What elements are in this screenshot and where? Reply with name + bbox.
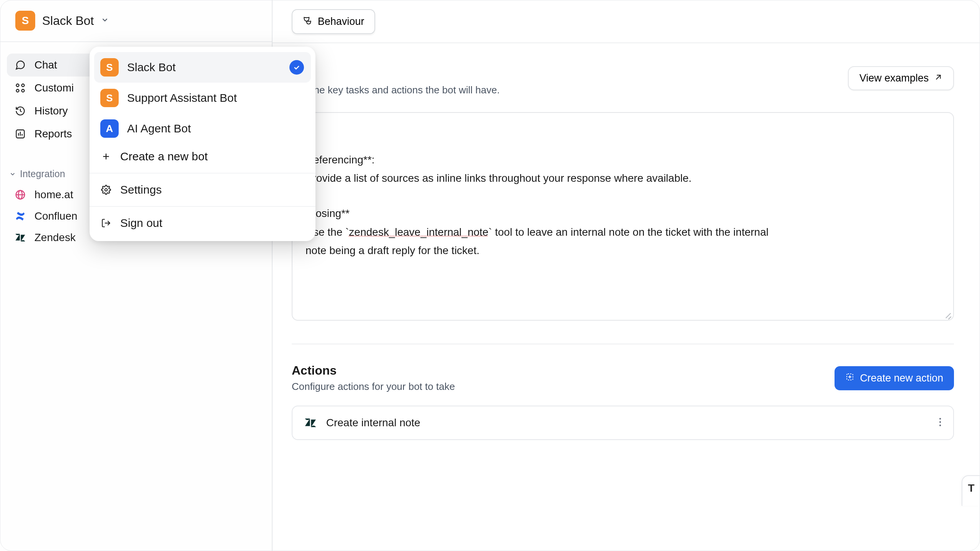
prompt-line: note being a draft reply for the ticket.: [305, 242, 940, 259]
bot-logo: S: [15, 11, 35, 31]
dropdown-settings[interactable]: Settings: [90, 177, 315, 202]
prompt-line: Referencing**:: [305, 151, 940, 169]
sidebar-item-label: Reports: [34, 128, 72, 140]
svg-point-15: [939, 418, 941, 419]
dropdown-bot-slack[interactable]: S Slack Bot: [94, 52, 311, 83]
bot-switcher-dropdown: S Slack Bot S Support Assistant Bot A AI…: [90, 47, 315, 241]
bot-switcher[interactable]: S Slack Bot: [0, 0, 272, 42]
gear-icon: [100, 184, 112, 196]
dropdown-bot-label: AI Agent Bot: [127, 122, 191, 135]
prompt-line: Closing**: [305, 205, 940, 222]
prompt-textarea[interactable]: Referencing**: Provide a list of sources…: [292, 112, 954, 321]
svg-point-0: [16, 84, 19, 87]
arrow-up-right-icon: [934, 72, 942, 84]
signout-icon: [100, 217, 112, 229]
theater-masks-icon: [302, 15, 312, 28]
customize-icon: [15, 82, 26, 94]
svg-line-11: [936, 75, 941, 80]
more-menu-icon[interactable]: [939, 417, 942, 429]
topbar: Behaviour: [273, 0, 980, 43]
bot-logo: S: [100, 58, 119, 77]
dropdown-create-label: Create a new bot: [120, 150, 207, 163]
create-action-label: Create new action: [860, 372, 943, 384]
integration-label: Confluen: [34, 210, 77, 222]
chat-icon: [15, 59, 26, 71]
dropdown-divider: [90, 173, 315, 173]
resize-handle-icon[interactable]: [943, 310, 952, 318]
svg-point-3: [22, 90, 24, 92]
create-action-button[interactable]: Create new action: [835, 366, 954, 390]
right-rail-tab[interactable]: T: [962, 475, 980, 506]
actions-title: Actions: [292, 364, 455, 378]
sidebar-item-label: Customi: [34, 82, 74, 94]
zendesk-icon: [15, 232, 26, 243]
sidebar-item-label: History: [34, 105, 68, 117]
tool-name: zendesk_leave_internal_note: [349, 226, 488, 238]
prompt-subtitle: ribe the key tasks and actions the bot w…: [292, 84, 500, 96]
sidebar-item-label: Chat: [34, 59, 57, 71]
bot-logo: A: [100, 119, 119, 138]
dropdown-settings-label: Settings: [120, 183, 162, 196]
confluence-icon: [15, 210, 26, 222]
dropdown-divider: [90, 206, 315, 207]
reports-icon: [15, 128, 26, 140]
dropdown-bot-support[interactable]: S Support Assistant Bot: [90, 83, 315, 113]
globe-icon: [15, 189, 26, 201]
integrations-label: Integration: [20, 168, 65, 179]
prompt-line: Provide a list of sources as inline link…: [305, 170, 940, 187]
svg-point-16: [939, 421, 941, 422]
dropdown-bot-ai-agent[interactable]: A AI Agent Bot: [90, 113, 315, 144]
action-label: Create internal note: [326, 417, 420, 429]
zendesk-icon: [304, 416, 317, 429]
dropdown-create-bot[interactable]: Create a new bot: [90, 144, 315, 169]
behaviour-label: Behaviour: [318, 16, 364, 28]
create-action-icon: [845, 372, 854, 384]
svg-point-17: [939, 424, 941, 426]
view-examples-button[interactable]: View examples: [848, 66, 954, 90]
divider: [292, 344, 954, 344]
dropdown-signout-label: Sign out: [120, 217, 162, 230]
view-examples-label: View examples: [859, 72, 929, 84]
chevron-down-icon: [101, 16, 109, 26]
bot-logo: S: [100, 89, 119, 107]
action-card[interactable]: Create internal note: [292, 406, 954, 440]
actions-subtitle: Configure actions for your bot to take: [292, 381, 455, 393]
prompt-title: mpt: [292, 66, 500, 80]
main-content: Behaviour mpt ribe the key tasks and act…: [273, 0, 980, 551]
svg-point-1: [22, 84, 24, 87]
current-bot-name: Slack Bot: [42, 14, 94, 28]
dropdown-bot-label: Support Assistant Bot: [127, 91, 237, 104]
plus-icon: [100, 151, 112, 162]
check-icon: [289, 60, 304, 75]
svg-point-2: [16, 90, 19, 92]
dropdown-signout[interactable]: Sign out: [90, 210, 315, 236]
behaviour-tab[interactable]: Behaviour: [292, 9, 375, 34]
svg-point-20: [105, 189, 108, 191]
history-icon: [15, 105, 26, 117]
integration-label: Zendesk: [34, 231, 75, 244]
prompt-line: Use the `zendesk_leave_internal_note` to…: [305, 223, 940, 241]
dropdown-bot-label: Slack Bot: [127, 61, 176, 74]
integration-label: home.at: [34, 189, 73, 201]
